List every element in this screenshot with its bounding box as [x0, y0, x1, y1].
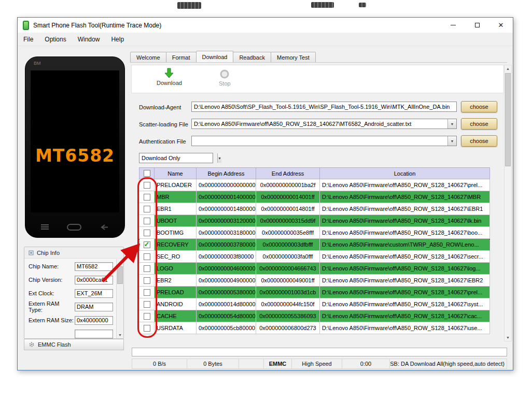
table-row-ebr1[interactable]: EBR1 0x0000000001480000 0x00000000014801…: [139, 203, 490, 215]
table-row-cache[interactable]: CACHE 0x0000000054d80000 0x0000000055386…: [139, 310, 490, 322]
cell-end: 0x00000000049001ff: [256, 275, 320, 287]
column-header-begin-address[interactable]: Begin Address: [197, 168, 256, 179]
scroll-down-icon[interactable]: ▼: [505, 336, 511, 339]
column-header-end-address[interactable]: End Address: [256, 168, 320, 179]
cell-name: CACHE: [155, 310, 197, 322]
auth-file-input[interactable]: [192, 136, 447, 146]
auth-file-choose-button[interactable]: choose: [461, 135, 497, 147]
cell-begin: 0x0000000004900000: [197, 275, 256, 287]
table-row-sec-ro[interactable]: SEC_RO 0x0000000003f80000 0x0000000003fa…: [139, 251, 490, 263]
chip-name-label: Chip Name:: [29, 263, 75, 269]
chip-info-scrollbar[interactable]: ▲ ▼: [116, 259, 123, 338]
cell-location: D:\Lenovo A850\Firmware\off\A850_ROW_S12…: [320, 275, 490, 287]
maximize-icon: [475, 23, 480, 27]
row-checkbox[interactable]: [144, 241, 150, 248]
stop-button[interactable]: Stop: [219, 69, 231, 87]
screenshot-artifact: [359, 3, 366, 7]
table-row-usrdata[interactable]: USRDATA 0x000000005cb80000 0x00000000680…: [139, 322, 490, 334]
download-agent-input[interactable]: [191, 102, 457, 112]
cell-name: PRELOAD: [155, 287, 197, 298]
row-checkbox[interactable]: [144, 182, 150, 189]
row-checkbox[interactable]: [144, 265, 150, 272]
progress-bar: [132, 348, 507, 356]
table-row-android[interactable]: ANDROID 0x0000000014d80000 0x0000000044f…: [139, 298, 490, 310]
cell-location: D:\Lenovo A850\Firmware\off\A850_ROW_S12…: [320, 179, 490, 191]
ext-clock-label: Ext Clock:: [29, 290, 75, 296]
download-mode-value[interactable]: [139, 153, 217, 163]
tab-format[interactable]: Format: [166, 52, 197, 62]
download-button[interactable]: Download: [157, 67, 182, 86]
row-checkbox[interactable]: [144, 230, 150, 236]
table-row-bootimg[interactable]: BOOTIMG 0x0000000003180000 0x00000000035…: [139, 227, 490, 239]
column-header-name[interactable]: Name: [155, 168, 197, 179]
content-scrollbar[interactable]: ▲ ▼: [504, 65, 512, 341]
row-checkbox[interactable]: [144, 313, 150, 320]
table-row-logo[interactable]: LOGO 0x0000000004600000 0x00000000046667…: [139, 263, 490, 275]
cell-end: 0x0000000004666743: [256, 263, 320, 275]
cell-begin: 0x0000000014d80000: [197, 298, 256, 310]
download-agent-choose-button[interactable]: choose: [461, 101, 497, 112]
cell-begin: 0x0000000001480000: [197, 203, 256, 215]
table-row-preloader[interactable]: PRELOADER 0x0000000000000000 0x000000000…: [139, 179, 490, 191]
row-checkbox[interactable]: [144, 277, 150, 284]
tab-download[interactable]: Download: [196, 51, 234, 62]
minimize-button[interactable]: [441, 18, 465, 33]
title-bar: Smart Phone Flash Tool(Runtime Trace Mod…: [18, 18, 513, 33]
scroll-down-icon[interactable]: ▼: [117, 333, 123, 337]
menu-help[interactable]: Help: [105, 33, 130, 46]
app-window: Smart Phone Flash Tool(Runtime Trace Mod…: [17, 17, 513, 370]
row-checkbox[interactable]: [144, 325, 150, 332]
cell-location: D:\Lenovo A850\Firmware\off\A850_ROW_S12…: [320, 215, 490, 227]
tab-readback[interactable]: Readback: [233, 52, 271, 62]
scroll-up-icon[interactable]: ▲: [505, 67, 511, 70]
table-row-uboot[interactable]: UBOOT 0x0000000003120000 0x000000000315d…: [139, 215, 490, 227]
screenshot-artifact: [177, 2, 201, 9]
table-row-ebr2[interactable]: EBR2 0x0000000004900000 0x00000000049001…: [139, 275, 490, 287]
chevron-down-icon[interactable]: ▼: [447, 119, 456, 128]
chevron-down-icon[interactable]: ▼: [447, 136, 456, 146]
scrollbar-thumb[interactable]: [117, 266, 123, 284]
download-agent-label: Download-Agent: [139, 104, 181, 110]
tab-memory-test[interactable]: Memory Test: [271, 52, 316, 62]
chip-field-row: Chip Version:: [24, 273, 116, 287]
chip-icon: [28, 250, 34, 256]
cell-begin: 0x0000000003f80000: [197, 251, 256, 263]
scrollbar-thumb[interactable]: [505, 73, 511, 166]
cell-name: BOOTIMG: [155, 227, 197, 239]
table-row-preload[interactable]: PRELOAD 0x0000000005380000 0x00000000100…: [139, 287, 490, 298]
close-button[interactable]: ✕: [489, 18, 513, 33]
column-header-location[interactable]: Location: [320, 168, 490, 179]
chip-info-title: Chip Info: [37, 250, 60, 256]
cell-end: 0x000000001003d1cb: [256, 287, 320, 298]
phone-screen: MT6582: [31, 70, 119, 212]
scatter-file-choose-button[interactable]: choose: [461, 118, 497, 130]
menu-window[interactable]: Window: [72, 33, 106, 46]
select-all-checkbox[interactable]: [144, 170, 150, 177]
scatter-file-input[interactable]: [192, 119, 447, 128]
row-checkbox[interactable]: [144, 194, 150, 201]
scroll-up-icon[interactable]: ▲: [117, 261, 123, 264]
maximize-button[interactable]: [465, 18, 489, 33]
emmc-flash-section[interactable]: EMMC Flash: [24, 339, 124, 350]
row-checkbox[interactable]: [144, 253, 150, 260]
menu-options[interactable]: Options: [39, 33, 72, 46]
row-checkbox[interactable]: [144, 289, 150, 296]
tab-welcome[interactable]: Welcome: [130, 52, 166, 62]
row-checkbox[interactable]: [144, 206, 150, 212]
row-checkbox[interactable]: [144, 218, 150, 224]
status-usb: USB: DA Download All(high speed,auto det…: [390, 359, 507, 369]
status-storage: EMMC: [264, 359, 292, 369]
cell-end: 0x00000000014001ff: [256, 191, 320, 203]
status-bar: 0 B/s 0 Bytes EMMC High Speed 0:00 USB: …: [132, 359, 507, 369]
row-checkbox[interactable]: [144, 301, 150, 308]
cell-end: 0x0000000003fa0fff: [256, 251, 320, 263]
menu-file[interactable]: File: [18, 33, 39, 46]
close-icon: ✕: [498, 22, 504, 28]
scatter-file-combo[interactable]: ▼: [191, 119, 457, 129]
partition-table: Name Begin Address End Address Location …: [139, 167, 490, 334]
table-row-mbr[interactable]: MBR 0x0000000001400000 0x00000000014001f…: [139, 191, 490, 203]
chevron-down-icon[interactable]: ▼: [217, 153, 221, 163]
table-row-recovery[interactable]: RECOVERY 0x0000000003780000 0x0000000003…: [139, 239, 490, 251]
download-mode-select[interactable]: ▼: [139, 153, 213, 163]
auth-file-combo[interactable]: ▼: [191, 136, 457, 146]
